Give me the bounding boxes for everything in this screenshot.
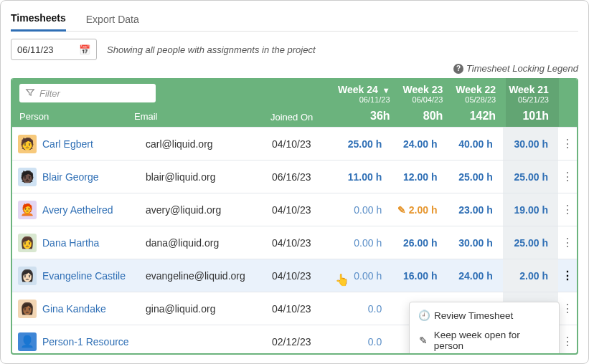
menu-keep-week-open[interactable]: ✎ Keep week open for person	[410, 325, 559, 355]
week-header-2[interactable]: Week 2205/28/23142h	[453, 78, 506, 127]
week-header-3[interactable]: Week 2105/21/23101h	[506, 78, 559, 127]
hours-cell[interactable]: 30.00 h	[503, 128, 558, 161]
person-name-link[interactable]: Person-1 Resource	[42, 336, 143, 348]
avatar: 👤	[18, 332, 37, 351]
filter-caption: Showing all people with assignments in t…	[107, 44, 578, 55]
person-name-link[interactable]: Evangeline Castile	[42, 270, 143, 282]
avatar: 👩🏻	[18, 267, 37, 285]
filter-icon	[25, 87, 35, 100]
joined-date: 04/10/23	[272, 237, 336, 249]
legend-label: Timesheet Locking Legend	[466, 63, 578, 74]
person-email: dana@liquid.org	[143, 237, 272, 249]
pencil-icon: ✎	[418, 335, 428, 346]
avatar: 🧑‍🦰	[18, 201, 37, 219]
filter-input[interactable]	[39, 88, 150, 99]
row-actions-button[interactable]: ⋮	[558, 302, 577, 315]
table-row[interactable]: 🧑🏿Blair Georgeblair@liquid.org06/16/2311…	[12, 160, 577, 193]
hours-cell[interactable]: 24.00 h	[392, 128, 447, 161]
week-header-1[interactable]: Week 2306/04/2380h	[400, 78, 453, 127]
avatar: 👩	[18, 234, 37, 252]
timesheet-table: Person Email Joined On Week 24 ▼06/11/23…	[11, 78, 578, 355]
joined-date: 04/10/23	[272, 138, 336, 150]
row-actions-button[interactable]: ⋮	[558, 335, 577, 348]
hours-cell[interactable]: ✎2.00 h	[392, 193, 447, 226]
row-actions-menu: 🕘 Review Timesheet ✎ Keep week open for …	[409, 302, 560, 355]
person-email: gina@liquid.org	[143, 303, 272, 315]
hours-cell[interactable]: 25.00 h	[503, 161, 558, 193]
joined-date: 02/12/23	[272, 336, 336, 348]
hours-cell[interactable]: 0.0	[336, 325, 392, 355]
person-name-link[interactable]: Avery Aethelred	[42, 204, 143, 216]
person-name-link[interactable]: Dana Hartha	[42, 237, 143, 249]
avatar: 🧑	[18, 135, 37, 153]
table-row[interactable]: 👩🏻Evangeline Castileevangeline@liquid.or…	[12, 259, 577, 292]
hours-cell[interactable]: 2.00 h	[503, 259, 558, 292]
clock-icon: 🕘	[418, 310, 428, 321]
locking-legend-link[interactable]: ? Timesheet Locking Legend	[453, 63, 578, 74]
row-actions-button[interactable]: ⋮	[558, 170, 577, 183]
date-value: 06/11/23	[17, 44, 54, 55]
joined-date: 04/10/23	[272, 303, 336, 315]
header-joined[interactable]: Joined On	[270, 78, 335, 127]
row-actions-button[interactable]: ⋮	[558, 269, 577, 282]
hours-cell[interactable]: 0.00 h	[336, 226, 392, 259]
tab-export-data[interactable]: Export Data	[86, 11, 139, 31]
avatar: 🧑🏿	[18, 168, 37, 186]
person-name-link[interactable]: Carl Egbert	[42, 138, 143, 150]
row-actions-button[interactable]: ⋮	[558, 236, 577, 249]
hours-cell[interactable]: 26.00 h	[392, 226, 447, 259]
header-email[interactable]: Email	[134, 111, 263, 122]
tab-timesheets[interactable]: Timesheets	[11, 9, 66, 32]
joined-date: 04/10/23	[272, 204, 336, 216]
row-actions-button[interactable]: ⋮	[558, 137, 577, 150]
table-row[interactable]: 🧑Carl Egbertcarl@liquid.org04/10/2325.00…	[12, 127, 577, 160]
row-actions-button[interactable]: ⋮	[558, 203, 577, 216]
hours-cell[interactable]: 0.00 h	[336, 193, 392, 226]
pencil-icon: ✎	[397, 204, 406, 216]
menu-review-timesheet[interactable]: 🕘 Review Timesheet	[410, 305, 559, 325]
person-email: carl@liquid.org	[143, 138, 272, 150]
avatar: 👩🏾	[18, 300, 37, 318]
date-picker[interactable]: 06/11/23 📅	[11, 39, 97, 60]
hours-cell[interactable]: 11.00 h	[336, 161, 392, 193]
person-email: blair@liquid.org	[143, 171, 272, 183]
hours-cell[interactable]: 16.00 h	[392, 259, 447, 292]
joined-date: 06/16/23	[272, 171, 336, 183]
table-row[interactable]: 👩Dana Harthadana@liquid.org04/10/230.00 …	[12, 226, 577, 259]
calendar-icon: 📅	[79, 44, 90, 55]
person-email: avery@liquid.org	[143, 204, 272, 216]
hours-cell[interactable]: 30.00 h	[448, 226, 503, 259]
hours-cell[interactable]: 19.00 h	[503, 193, 558, 226]
week-header-0[interactable]: Week 24 ▼06/11/2336h	[335, 78, 400, 127]
hours-cell[interactable]: 12.00 h	[392, 161, 447, 193]
hours-cell[interactable]: 0.0	[336, 292, 392, 325]
person-name-link[interactable]: Blair George	[42, 171, 143, 183]
person-email: evangeline@liquid.org	[143, 270, 272, 282]
hours-cell[interactable]: 40.00 h	[448, 128, 503, 161]
hours-cell[interactable]: 24.00 h	[448, 259, 503, 292]
hours-cell[interactable]: 25.00 h	[448, 161, 503, 193]
filter-input-wrapper[interactable]	[19, 84, 156, 102]
header-person[interactable]: Person	[19, 111, 134, 122]
person-name-link[interactable]: Gina Kandake	[42, 303, 143, 315]
joined-date: 04/10/23	[272, 270, 336, 282]
table-row[interactable]: 🧑‍🦰Avery Aethelredavery@liquid.org04/10/…	[12, 193, 577, 226]
help-icon: ?	[453, 64, 463, 74]
hours-cell[interactable]: 23.00 h	[448, 193, 503, 226]
hours-cell[interactable]: 25.00 h	[336, 128, 392, 161]
hours-cell[interactable]: 0.00 h	[336, 259, 392, 292]
hours-cell[interactable]: 25.00 h	[503, 226, 558, 259]
